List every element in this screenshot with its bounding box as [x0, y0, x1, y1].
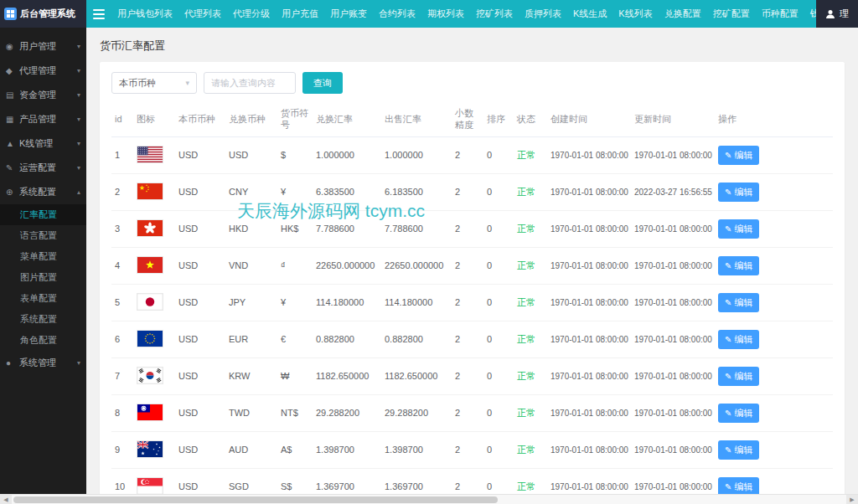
tab-用户钱包列表[interactable]: 用户钱包列表 [111, 0, 178, 28]
user-menu-button[interactable]: 理 [816, 0, 858, 28]
status-badge: 正常 [517, 260, 535, 270]
cell-sort: 0 [483, 173, 514, 210]
cell-base-currency: USD [175, 468, 225, 494]
tab-label: K线生成 [573, 8, 607, 20]
cell-sell-rate: 114.180000 [381, 284, 452, 321]
edit-button[interactable]: ✎编辑 [718, 146, 759, 165]
edit-button[interactable]: ✎编辑 [718, 477, 759, 495]
cell-id: 6 [111, 321, 133, 357]
cell-flag [133, 247, 175, 284]
currency-type-select[interactable]: 本币币种 ▾ [111, 72, 197, 94]
cell-id: 9 [111, 431, 133, 468]
cell-sort: 0 [483, 284, 514, 321]
edit-button[interactable]: ✎编辑 [718, 440, 759, 460]
product-icon: ▦ [6, 115, 17, 124]
sidebar-item-资金管理[interactable]: ▤资金管理▾ [0, 83, 86, 107]
tab-期权列表[interactable]: 期权列表 [421, 0, 470, 28]
scroll-left-arrow[interactable]: ◀ [0, 495, 12, 504]
search-button[interactable]: 查询 [302, 72, 343, 94]
tab-用户充值[interactable]: 用户充值 [276, 0, 324, 28]
tab-代理分级[interactable]: 代理分级 [227, 0, 276, 28]
sidebar-item-系统配置[interactable]: ⊕系统配置▴ [0, 180, 86, 204]
flag-image-vn [137, 256, 163, 274]
chevron-up-icon: ▴ [77, 188, 80, 196]
cell-quote-currency: USD [225, 136, 277, 173]
tab-label: 币种配置 [762, 8, 799, 20]
tab-代理列表[interactable]: 代理列表 [178, 0, 227, 28]
cell-sort: 0 [483, 357, 514, 394]
col-header-兑换币种: 兑换币种 [225, 103, 277, 136]
col-header-排序: 排序 [483, 103, 514, 136]
cell-actions: ✎编辑 [715, 210, 833, 247]
cell-sell-rate: 1182.650000 [381, 357, 452, 394]
edit-button[interactable]: ✎编辑 [718, 183, 759, 202]
sidebar-subitem-语言配置[interactable]: 语言配置 [0, 225, 86, 246]
status-badge: 正常 [517, 224, 535, 234]
cell-status: 正常 [514, 357, 547, 394]
sidebar-item-K线管理[interactable]: ▲K线管理▾ [0, 131, 86, 156]
cell-id: 2 [111, 173, 133, 210]
cell-decimals: 2 [452, 468, 483, 494]
cell-actions: ✎编辑 [715, 468, 833, 494]
tab-挖矿列表[interactable]: 挖矿列表 [470, 0, 519, 28]
tab-K线生成[interactable]: K线生成 [567, 0, 612, 28]
tab-钱包配置[interactable]: 钱包配置 [804, 0, 816, 28]
sidebar-subitem-表单配置[interactable]: 表单配置 [0, 288, 86, 309]
tab-挖矿配置[interactable]: 挖矿配置 [707, 0, 756, 28]
sidebar-item-用户管理[interactable]: ◉用户管理▾ [0, 34, 86, 59]
edit-button[interactable]: ✎编辑 [718, 256, 759, 275]
cell-status: 正常 [514, 210, 547, 247]
cell-exchange-rate: 1.398700 [313, 431, 381, 468]
edit-button[interactable]: ✎编辑 [718, 219, 759, 239]
col-header-小数精度: 小数精度 [452, 103, 483, 136]
config-icon: ⊕ [6, 188, 17, 197]
col-header-创建时间: 创建时间 [547, 103, 631, 136]
edit-button[interactable]: ✎编辑 [718, 330, 759, 349]
search-input[interactable] [204, 72, 296, 94]
edit-button[interactable]: ✎编辑 [718, 367, 759, 386]
tab-label: 期权列表 [427, 8, 464, 20]
cell-updated-time: 2022-03-27 16:56:55 [631, 173, 715, 210]
sidebar-toggle-button[interactable] [86, 0, 111, 28]
cell-flag [133, 173, 175, 210]
sidebar-subitem-系统配置[interactable]: 系统配置 [0, 309, 86, 330]
app-logo[interactable]: 后台管理系统 [0, 0, 86, 28]
sidebar-item-label: 代理管理 [19, 64, 77, 77]
sidebar-item-代理管理[interactable]: ◆代理管理▾ [0, 59, 86, 83]
cell-base-currency: USD [175, 321, 225, 357]
cell-status: 正常 [514, 394, 547, 431]
sidebar-item-运营配置[interactable]: ✎运营配置▾ [0, 156, 86, 180]
cell-sort: 0 [483, 247, 514, 284]
cell-created-time: 1970-01-01 08:00:00 [547, 136, 631, 173]
tab-币种配置[interactable]: 币种配置 [756, 0, 804, 28]
chevron-down-icon: ▾ [77, 164, 80, 172]
cell-id: 5 [111, 284, 133, 321]
cell-quote-currency: CNY [225, 173, 277, 210]
col-header-兑换汇率: 兑换汇率 [313, 103, 381, 136]
tab-用户账变[interactable]: 用户账变 [324, 0, 373, 28]
sidebar-item-系统管理[interactable]: ●系统管理▾ [0, 351, 86, 375]
cell-decimals: 2 [452, 357, 483, 394]
edit-button[interactable]: ✎编辑 [718, 404, 759, 423]
sidebar-subitem-图片配置[interactable]: 图片配置 [0, 267, 86, 288]
scroll-right-arrow[interactable]: ▶ [846, 495, 858, 504]
sidebar-subitem-菜单配置[interactable]: 菜单配置 [0, 246, 86, 267]
sidebar-subitem-角色配置[interactable]: 角色配置 [0, 330, 86, 351]
cell-flag [133, 357, 175, 394]
sidebar-item-产品管理[interactable]: ▦产品管理▾ [0, 107, 86, 131]
table-row: 2USDCNY¥6.3835006.18350020正常1970-01-01 0… [111, 173, 833, 210]
tab-兑换配置[interactable]: 兑换配置 [659, 0, 707, 28]
sidebar-subitem-汇率配置[interactable]: 汇率配置 [0, 204, 86, 225]
scroll-track[interactable] [12, 495, 846, 504]
cell-decimals: 2 [452, 284, 483, 321]
edit-button[interactable]: ✎编辑 [718, 293, 759, 312]
horizontal-scrollbar[interactable]: ◀ ▶ [0, 494, 858, 504]
flag-image-us [137, 146, 163, 163]
tab-质押列表[interactable]: 质押列表 [519, 0, 567, 28]
tab-合约列表[interactable]: 合约列表 [373, 0, 421, 28]
table-body: 1USDUSD$1.0000001.00000020正常1970-01-01 0… [111, 136, 833, 494]
tab-label: 兑换配置 [664, 8, 701, 20]
tab-K线列表[interactable]: K线列表 [612, 0, 658, 28]
table-row: 7USDKRW₩1182.6500001182.65000020正常1970-0… [111, 357, 833, 394]
scroll-thumb[interactable] [13, 496, 498, 503]
